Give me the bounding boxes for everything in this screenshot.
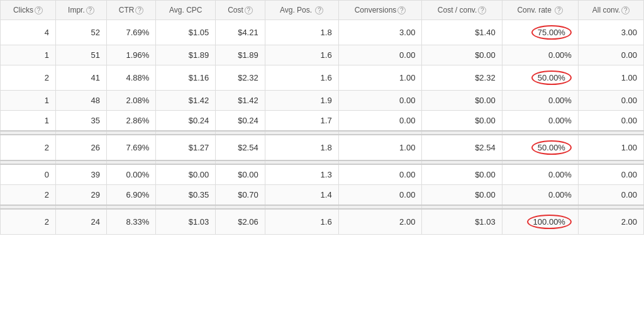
table-cell: 0.00: [338, 111, 422, 132]
table-cell: 0.00: [338, 45, 422, 65]
table-cell: 4.88%: [106, 65, 155, 91]
table-row: 2414.88%$1.16$2.321.61.00$2.3250.00%1.00: [1, 65, 644, 91]
column-header-conv--rate: Conv. rate ?: [502, 1, 578, 20]
table-row: 2267.69%$1.27$2.541.81.00$2.5450.00%1.00: [1, 135, 644, 160]
table-cell: 2.86%: [106, 111, 155, 132]
table-cell: 2.00: [578, 209, 643, 235]
table-cell: 2.00: [338, 209, 422, 235]
table-cell: $0.00: [422, 111, 502, 132]
table-cell: 0.00%: [502, 91, 578, 111]
conv-rate-badge: 75.00%: [531, 25, 572, 40]
table-cell: $1.16: [156, 65, 216, 91]
table-cell: 0.00%: [502, 185, 578, 206]
table-cell: 41: [55, 65, 106, 91]
table-cell: 2: [1, 65, 56, 91]
table-row: 1511.96%$1.89$1.891.60.00$0.000.00%0.00: [1, 45, 644, 65]
table-cell: 0: [1, 164, 56, 185]
table-cell: $2.54: [422, 135, 502, 160]
table-cell: 2: [1, 135, 56, 160]
table-cell: 0.00: [578, 91, 643, 111]
table-cell: 0.00: [338, 91, 422, 111]
table-row: 1482.08%$1.42$1.421.90.00$0.000.00%0.00: [1, 91, 644, 111]
table-cell: 3.00: [338, 20, 422, 45]
table-cell: 0.00%: [502, 111, 578, 132]
help-icon[interactable]: ?: [315, 6, 323, 14]
help-icon[interactable]: ?: [245, 6, 253, 14]
table-cell: 26: [55, 135, 106, 160]
column-header-avg--cpc: Avg. CPC: [156, 1, 216, 20]
table-cell: 35: [55, 111, 106, 132]
table-cell: 51: [55, 45, 106, 65]
table-cell: $2.32: [422, 65, 502, 91]
help-icon[interactable]: ?: [397, 6, 406, 14]
column-header-clicks: Clicks?: [1, 1, 56, 20]
help-icon[interactable]: ?: [135, 6, 143, 14]
table-row: 1352.86%$0.24$0.241.70.00$0.000.00%0.00: [1, 111, 644, 132]
table-cell: $0.00: [422, 91, 502, 111]
table-cell: $0.00: [216, 164, 265, 185]
table-cell: 29: [55, 185, 106, 206]
table-cell: $2.54: [216, 135, 265, 160]
conv-rate-highlighted-cell: 100.00%: [502, 209, 578, 235]
help-icon[interactable]: ?: [86, 6, 94, 14]
table-cell: 0.00: [578, 185, 643, 206]
help-icon[interactable]: ?: [555, 6, 563, 14]
table-cell: 1.9: [265, 91, 338, 111]
table-cell: $1.03: [422, 209, 502, 235]
table-cell: 6.90%: [106, 185, 155, 206]
conv-rate-badge: 100.00%: [527, 215, 572, 229]
table-cell: $0.24: [156, 111, 216, 132]
help-icon[interactable]: ?: [621, 6, 630, 14]
conv-rate-badge: 50.00%: [531, 140, 572, 155]
table-cell: $1.89: [216, 45, 265, 65]
data-table: Clicks?Impr.?CTR?Avg. CPCCost?Avg. Pos. …: [0, 0, 644, 235]
column-header-ctr: CTR?: [106, 1, 155, 20]
table-row: 4527.69%$1.05$4.211.83.00$1.4075.00%3.00: [1, 20, 644, 45]
conv-rate-highlighted-cell: 50.00%: [502, 135, 578, 160]
table-cell: $4.21: [216, 20, 265, 45]
table-cell: 52: [55, 20, 106, 45]
table-cell: $1.89: [156, 45, 216, 65]
table-cell: 1.00: [578, 135, 643, 160]
table-cell: $1.42: [156, 91, 216, 111]
table-cell: $1.05: [156, 20, 216, 45]
column-header-cost: Cost?: [216, 1, 265, 20]
table-cell: 1.6: [265, 209, 338, 235]
table-cell: 0.00%: [502, 164, 578, 185]
column-header-all-conv-: All conv.?: [578, 1, 643, 20]
table-cell: $0.00: [422, 164, 502, 185]
table-cell: $0.00: [422, 45, 502, 65]
table-cell: 39: [55, 164, 106, 185]
conv-rate-badge: 50.00%: [531, 70, 572, 85]
table-cell: 0.00: [338, 164, 422, 185]
table-cell: 0.00: [578, 45, 643, 65]
table-cell: 1.4: [265, 185, 338, 206]
table-cell: 1.6: [265, 45, 338, 65]
table-cell: $2.32: [216, 65, 265, 91]
table-cell: 4: [1, 20, 56, 45]
table-cell: $1.42: [216, 91, 265, 111]
table-cell: 0.00%: [106, 164, 155, 185]
column-header-impr-: Impr.?: [55, 1, 106, 20]
table-cell: 1: [1, 111, 56, 132]
help-icon[interactable]: ?: [478, 6, 486, 14]
table-cell: 3.00: [578, 20, 643, 45]
column-header-conversions: Conversions?: [338, 1, 422, 20]
table-cell: $0.24: [216, 111, 265, 132]
table-cell: 8.33%: [106, 209, 155, 235]
table-cell: $2.06: [216, 209, 265, 235]
table-row: 2296.90%$0.35$0.701.40.00$0.000.00%0.00: [1, 185, 644, 206]
table-cell: 1.8: [265, 20, 338, 45]
table-row: 0390.00%$0.00$0.001.30.00$0.000.00%0.00: [1, 164, 644, 185]
table-cell: 1.00: [338, 65, 422, 91]
table-cell: 7.69%: [106, 135, 155, 160]
table-cell: 1.00: [578, 65, 643, 91]
conv-rate-highlighted-cell: 75.00%: [502, 20, 578, 45]
column-header-cost---conv-: Cost / conv.?: [422, 1, 502, 20]
table-cell: $1.03: [156, 209, 216, 235]
table-cell: 7.69%: [106, 20, 155, 45]
help-icon[interactable]: ?: [35, 6, 43, 14]
conv-rate-highlighted-cell: 50.00%: [502, 65, 578, 91]
table-cell: 1.96%: [106, 45, 155, 65]
table-cell: 48: [55, 91, 106, 111]
